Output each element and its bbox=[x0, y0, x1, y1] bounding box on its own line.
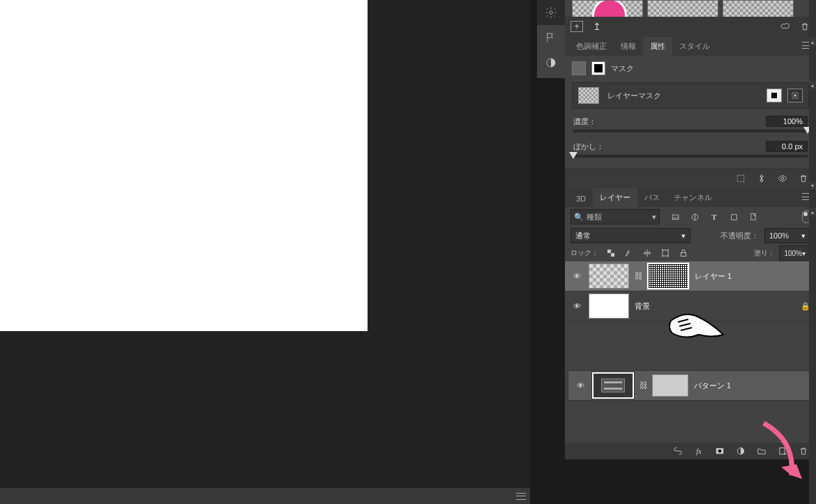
tab-color-adjust[interactable]: 色調補正 bbox=[569, 37, 614, 56]
pattern-name[interactable]: パターン 1 bbox=[694, 381, 731, 391]
swatch-icon[interactable] bbox=[537, 50, 565, 75]
density-slider[interactable]: 濃度： 100% bbox=[573, 116, 808, 132]
trash-icon[interactable] bbox=[798, 173, 809, 184]
visibility-toggle[interactable]: 👁 bbox=[571, 302, 583, 310]
layers-tabbar: 3D レイヤー パス チャンネル bbox=[565, 188, 816, 207]
library-item-thumb[interactable] bbox=[572, 0, 643, 18]
tab-channels[interactable]: チャンネル bbox=[667, 188, 719, 207]
blend-mode-select[interactable]: 通常 ▾ bbox=[571, 228, 690, 243]
layer-name[interactable]: レイヤー 1 bbox=[695, 271, 732, 282]
svg-rect-4 bbox=[737, 175, 743, 181]
lock-position-icon[interactable] bbox=[642, 247, 653, 259]
layer-list: 👁 ⛓ レイヤー 1 👁 背景 🔒 bbox=[565, 261, 816, 321]
link-layers-icon[interactable] bbox=[672, 445, 683, 457]
svg-point-0 bbox=[550, 11, 553, 15]
properties-panel: 色調補正 情報 属性 スタイル マスク レイヤーマスク bbox=[565, 36, 816, 188]
layer-name[interactable]: 背景 bbox=[635, 301, 650, 312]
lock-transparent-icon[interactable] bbox=[605, 247, 617, 259]
lock-artboard-icon[interactable] bbox=[660, 247, 671, 259]
trash-icon[interactable] bbox=[798, 445, 809, 457]
tab-properties[interactable]: 属性 bbox=[643, 37, 672, 56]
chevron-down-icon: ▾ bbox=[802, 250, 806, 257]
pixel-mask-button[interactable] bbox=[766, 89, 782, 102]
svg-point-5 bbox=[781, 177, 784, 180]
pattern-source-thumb[interactable] bbox=[592, 372, 634, 399]
svg-rect-8 bbox=[731, 214, 736, 220]
scroll-chevron-up-icon[interactable]: ▴ bbox=[809, 38, 816, 46]
layer-mask-label: レイヤーマスク bbox=[607, 91, 661, 101]
new-group-icon[interactable] bbox=[756, 445, 767, 457]
tab-paths[interactable]: パス bbox=[637, 188, 667, 207]
feather-label: ぼかし： bbox=[573, 142, 604, 152]
layer-mask-thumb[interactable] bbox=[578, 87, 599, 104]
filter-adjust-icon[interactable] bbox=[689, 211, 700, 222]
layer-row[interactable]: 👁 背景 🔒 bbox=[565, 291, 816, 321]
visibility-toggle[interactable]: 👁 bbox=[571, 272, 583, 280]
creative-cloud-icon[interactable] bbox=[780, 21, 791, 32]
opacity-value-select[interactable]: 100% ▾ bbox=[764, 228, 810, 243]
library-thumbnails bbox=[565, 0, 816, 17]
fill-value-select[interactable]: 100% ▾ bbox=[779, 245, 810, 261]
mask-from-selection-icon[interactable] bbox=[735, 173, 746, 184]
tab-3d[interactable]: 3D bbox=[569, 190, 593, 207]
canvas-pasteboard-bottom bbox=[0, 331, 530, 504]
svg-rect-12 bbox=[663, 250, 668, 256]
fill-label: 塗り： bbox=[754, 248, 775, 258]
layer-thumb[interactable] bbox=[589, 293, 629, 319]
lock-fill-row: ロック： 塗り： 100% ▾ bbox=[565, 245, 816, 261]
new-layer-icon[interactable] bbox=[777, 445, 788, 457]
layer-mask-row: レイヤーマスク bbox=[572, 82, 809, 109]
upload-icon[interactable]: ↥ bbox=[591, 21, 603, 32]
scroll-chevron-up-icon[interactable]: ▴ bbox=[809, 208, 816, 216]
pattern-fill-thumb[interactable] bbox=[652, 374, 688, 397]
layer-thumb[interactable] bbox=[589, 264, 629, 289]
vector-mask-button[interactable] bbox=[787, 89, 803, 102]
fx-icon[interactable]: fx bbox=[693, 445, 704, 457]
chevron-down-icon: ▾ bbox=[801, 231, 806, 240]
library-actions-bar: + ↥ bbox=[565, 17, 816, 36]
tab-styles[interactable]: スタイル bbox=[672, 37, 717, 56]
lock-all-icon[interactable] bbox=[678, 247, 689, 259]
density-value[interactable]: 100% bbox=[766, 116, 808, 127]
invert-icon[interactable] bbox=[756, 173, 767, 184]
tab-info[interactable]: 情報 bbox=[614, 37, 643, 56]
visibility-toggle[interactable]: 👁 bbox=[574, 381, 587, 390]
scroll-chevron-down-icon[interactable]: ▾ bbox=[809, 181, 816, 190]
opacity-label: 不透明度： bbox=[720, 231, 759, 241]
toggle-visibility-icon[interactable] bbox=[777, 173, 788, 184]
opacity-value: 100% bbox=[769, 231, 789, 240]
library-item-thumb[interactable] bbox=[647, 0, 718, 18]
svg-rect-3 bbox=[794, 95, 796, 97]
pixel-mask-icon bbox=[572, 61, 586, 75]
layer-mask-thumb[interactable] bbox=[647, 263, 689, 289]
filter-smart-icon[interactable] bbox=[748, 211, 759, 222]
document-canvas[interactable] bbox=[0, 0, 368, 331]
scroll-chevron-up-icon[interactable]: ▴ bbox=[809, 81, 816, 89]
layer-row[interactable]: 👁 ⛓ レイヤー 1 bbox=[565, 261, 816, 291]
filter-shape-icon[interactable] bbox=[728, 211, 739, 222]
properties-header: マスク bbox=[572, 61, 809, 75]
adjustment-layer-icon[interactable] bbox=[735, 445, 746, 457]
mask-mode-icon[interactable] bbox=[591, 61, 605, 75]
gear-icon[interactable] bbox=[537, 0, 565, 25]
feather-slider[interactable]: ぼかし： 0.0 px bbox=[573, 141, 808, 158]
blend-mode-value: 通常 bbox=[575, 231, 591, 241]
filter-type-icon[interactable]: T bbox=[709, 211, 720, 222]
tab-layers[interactable]: レイヤー bbox=[593, 188, 637, 207]
filter-pixel-icon[interactable] bbox=[670, 211, 681, 222]
right-panel-column: + ↥ 色調補正 情報 属性 スタイル マスク レイヤーマスク bbox=[565, 0, 816, 504]
add-mask-icon[interactable] bbox=[714, 445, 725, 457]
link-icon[interactable]: ⛓ bbox=[635, 271, 642, 281]
feather-value[interactable]: 0.0 px bbox=[766, 141, 808, 152]
layer-filter-select[interactable]: 🔍 種類 ▾ bbox=[571, 209, 660, 224]
plus-icon[interactable]: + bbox=[571, 21, 583, 32]
fill-value: 100% bbox=[784, 250, 802, 257]
flag-icon[interactable] bbox=[537, 25, 565, 50]
library-item-thumb[interactable] bbox=[723, 0, 794, 18]
status-menu-icon[interactable] bbox=[516, 493, 526, 500]
link-icon[interactable]: ⛓ bbox=[640, 381, 647, 390]
pattern-layer-row[interactable]: 👁 ⛓ パターン 1 bbox=[568, 370, 813, 401]
svg-rect-10 bbox=[607, 250, 610, 252]
svg-rect-13 bbox=[681, 252, 686, 256]
lock-pixels-icon[interactable] bbox=[624, 247, 635, 259]
